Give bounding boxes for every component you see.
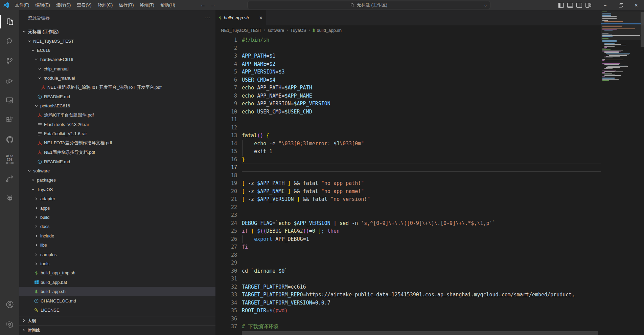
settings-icon[interactable] xyxy=(0,315,19,333)
code-line-27[interactable]: 27fi xyxy=(215,243,644,251)
wind-ide-icon[interactable]: WindIDEIDE xyxy=(0,150,19,168)
tree-folder-16[interactable]: packages xyxy=(19,175,215,185)
code-line-1[interactable]: 1#!/bin/sh xyxy=(215,36,644,44)
restore-button[interactable] xyxy=(613,0,628,10)
code-line-15[interactable]: 15 exit 1 xyxy=(215,148,644,156)
extensions-icon[interactable] xyxy=(0,111,19,129)
minimap[interactable] xyxy=(601,12,641,335)
breadcrumb-item-3[interactable]: $ build_app.sh xyxy=(313,28,342,33)
code-line-17[interactable]: 17 xyxy=(215,164,644,172)
tree-file-13[interactable]: 人NE1固件烧录指导文档.pdf xyxy=(19,148,215,157)
code-line-6[interactable]: 6USER_CMD=$4 xyxy=(215,76,644,84)
github-icon[interactable] xyxy=(0,131,19,148)
code-line-28[interactable]: 28 xyxy=(215,251,644,259)
code-line-20[interactable]: 20[ -z $APP_NAME ] && fatal "no app name… xyxy=(215,188,644,196)
toggle-panel-icon[interactable] xyxy=(567,3,573,8)
code-line-37[interactable]: 37# 下载编译环境 xyxy=(215,323,644,331)
code-line-2[interactable]: 2 xyxy=(215,44,644,53)
code-line-19[interactable]: 19[ -z $APP_PATH ] && fatal "no app path… xyxy=(215,180,644,188)
account-icon[interactable] xyxy=(0,296,19,313)
minimize-button[interactable]: – xyxy=(597,0,613,10)
code-line-18[interactable]: 18 xyxy=(215,172,644,180)
breadcrumb-item-2[interactable]: TuyaOS xyxy=(290,28,306,33)
toggle-sidebar-icon[interactable] xyxy=(558,3,564,8)
code-line-29[interactable]: 29 xyxy=(215,259,644,267)
toggle-secondary-sidebar-icon[interactable] xyxy=(576,3,582,8)
menu-item-7[interactable]: 帮助(H) xyxy=(157,0,178,10)
code-editor[interactable]: 1#!/bin/sh23APP_PATH=$14APP_NAME=$25APP_… xyxy=(215,35,644,335)
tree-folder-22[interactable]: include xyxy=(19,231,215,240)
tree-folder-25[interactable]: tools xyxy=(19,259,215,268)
tree-folder-0[interactable]: 无标题 (工作区) xyxy=(19,27,215,36)
sidebar-section-0[interactable]: 大纲 xyxy=(19,316,215,326)
tree-folder-2[interactable]: EC616 xyxy=(19,46,215,55)
command-center-search[interactable]: 无标题 (工作区) ⌄ xyxy=(247,1,490,9)
tree-folder-1[interactable]: NE1_TuyaOS_TEST xyxy=(19,36,215,45)
code-line-5[interactable]: 5APP_VERSION=$3 xyxy=(215,68,644,76)
search-icon[interactable] xyxy=(0,33,19,50)
share-icon[interactable] xyxy=(0,170,19,188)
tree-folder-18[interactable]: adapter xyxy=(19,194,215,203)
code-line-32[interactable]: 32TARGET_PLATFORM=ec616 xyxy=(215,283,644,291)
tree-folder-19[interactable]: apps xyxy=(19,203,215,212)
breadcrumb-item-1[interactable]: software xyxy=(268,28,284,33)
tab-close-icon[interactable]: ✕ xyxy=(259,15,263,20)
tree-file-12[interactable]: 人NE1 FOTA差分包制作指导文档.pdf xyxy=(19,139,215,148)
menu-item-2[interactable]: 选择(S) xyxy=(53,0,74,10)
code-line-36[interactable]: 36 xyxy=(215,315,644,323)
vertical-scrollbar[interactable] xyxy=(641,12,644,47)
tree-folder-24[interactable]: samples xyxy=(19,250,215,259)
tree-file-27[interactable]: build_app.bat xyxy=(19,278,215,287)
remote-explorer-icon[interactable] xyxy=(0,91,19,109)
source-control-icon[interactable] xyxy=(0,52,19,70)
code-line-25[interactable]: 25if [ $((DEBUG_FLAG%2))=0 ]; then xyxy=(215,227,644,235)
tree-folder-8[interactable]: pc\tools\EC616 xyxy=(19,101,215,110)
code-line-35[interactable]: 35ROOT_DIR=$(pwd) xyxy=(215,307,644,315)
tree-folder-4[interactable]: chip_manual xyxy=(19,64,215,74)
tree-file-10[interactable]: FlashTools_V2.3.26.rar xyxy=(19,120,215,129)
code-line-24[interactable]: 24DEBUG_FLAG=`echo $APP_VERSION | sed -n… xyxy=(215,219,644,228)
tree-folder-20[interactable]: build xyxy=(19,213,215,222)
sidebar-section-1[interactable]: 时间线 xyxy=(19,326,215,335)
code-line-22[interactable]: 22 xyxy=(215,204,644,212)
run-debug-icon[interactable] xyxy=(0,72,19,89)
menu-item-6[interactable]: 终端(T) xyxy=(137,0,157,10)
tree-file-11[interactable]: FotaToolkit_V1.1.6.rar xyxy=(19,129,215,138)
menu-item-1[interactable]: 编辑(E) xyxy=(32,0,53,10)
tree-file-7[interactable]: README.md xyxy=(19,92,215,101)
tree-folder-23[interactable]: libs xyxy=(19,240,215,250)
tree-folder-21[interactable]: docs xyxy=(19,222,215,231)
code-line-9[interactable]: 9echo APP_VERSION=$APP_VERSION xyxy=(215,100,644,108)
menu-item-0[interactable]: 文件(F) xyxy=(12,0,32,10)
code-line-34[interactable]: 34TARGET_PLATFORM_VERSION=0.0.7 xyxy=(215,299,644,307)
chevron-down-icon[interactable]: ⌄ xyxy=(484,2,487,7)
code-line-13[interactable]: 13fatal() { xyxy=(215,132,644,140)
tree-file-6[interactable]: 人NE1 模组规格书_涂鸦 IoT 开发平台_涂鸦 IoT 开发平台.pdf xyxy=(19,83,215,92)
close-button[interactable]: ✕ xyxy=(628,0,644,10)
nav-back-icon[interactable]: ← xyxy=(200,2,206,8)
explorer-more-actions-icon[interactable]: ··· xyxy=(204,15,211,21)
tree-file-30[interactable]: LICENSE xyxy=(19,306,215,315)
tuya-assistant-icon[interactable] xyxy=(0,190,19,207)
code-line-10[interactable]: 10echo USER_CMD=$USER_CMD xyxy=(215,108,644,116)
code-line-7[interactable]: 7echo APP_PATH=$APP_PATH xyxy=(215,84,644,92)
code-line-30[interactable]: 30cd `dirname $0` xyxy=(215,267,644,275)
code-line-14[interactable]: 14 echo -e "\033[0;31merror: $1\033[0m" xyxy=(215,140,644,148)
code-line-4[interactable]: 4APP_NAME=$2 xyxy=(215,60,644,68)
tree-file-29[interactable]: CHANGELOG.md xyxy=(19,296,215,305)
code-line-21[interactable]: 21[ -z $APP_VERSION ] && fatal "no versi… xyxy=(215,195,644,204)
code-line-26[interactable]: 26 export APP_DEBUG=1 xyxy=(215,235,644,244)
menu-item-4[interactable]: 转到(G) xyxy=(95,0,116,10)
menu-item-5[interactable]: 运行(R) xyxy=(116,0,137,10)
tree-file-9[interactable]: 人涂鸦IOT平台创建固件.pdf xyxy=(19,111,215,120)
menu-item-3[interactable]: 查看(V) xyxy=(74,0,94,10)
code-line-8[interactable]: 8echo APP_NAME=$APP_NAME xyxy=(215,92,644,100)
tree-folder-17[interactable]: TuyaOS xyxy=(19,185,215,194)
code-line-12[interactable]: 12 xyxy=(215,124,644,132)
tree-folder-3[interactable]: hardware\EC616 xyxy=(19,55,215,64)
tree-file-14[interactable]: README.md xyxy=(19,157,215,166)
code-line-31[interactable]: 31 xyxy=(215,275,644,283)
code-line-3[interactable]: 3APP_PATH=$1 xyxy=(215,52,644,60)
tree-file-31[interactable] xyxy=(19,315,215,316)
code-line-11[interactable]: 11 xyxy=(215,116,644,124)
